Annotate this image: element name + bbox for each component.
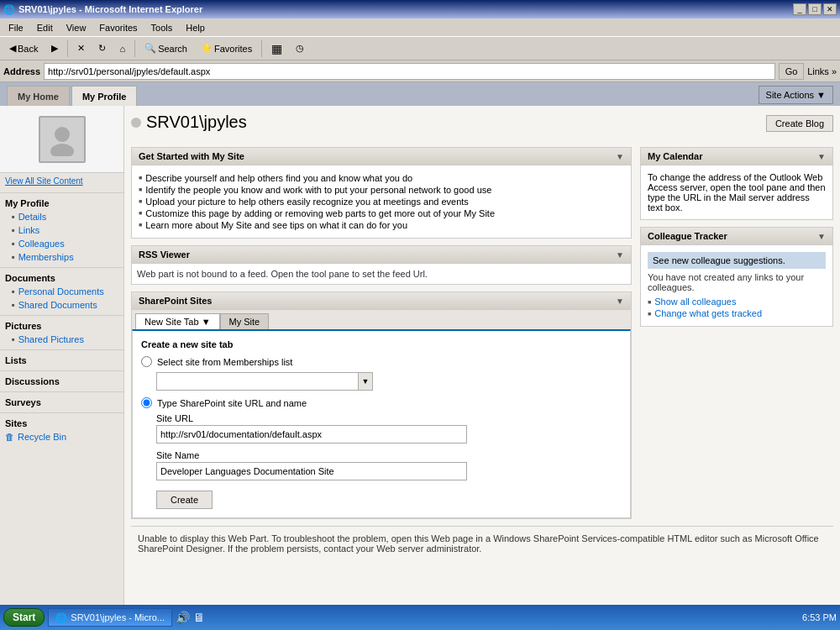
go-button[interactable]: Go: [779, 63, 804, 80]
my-site-tab[interactable]: My Site: [220, 313, 270, 329]
create-tab-title: Create a new site tab: [141, 339, 622, 349]
media-button[interactable]: ▦: [265, 39, 288, 58]
change-tracked[interactable]: Change what gets tracked: [648, 307, 826, 319]
taskbar-ie-item[interactable]: 🌐 SRV01\jpyles - Micro...: [48, 608, 172, 627]
tab-my-profile[interactable]: My Profile: [71, 86, 138, 106]
list-item: Identify the people you know and work wi…: [139, 184, 624, 196]
view-all-site-content[interactable]: View All Site Content: [0, 173, 123, 189]
new-site-tab-button[interactable]: New Site Tab ▼: [135, 313, 220, 329]
create-tab-body: Create a new site tab Select site from M…: [132, 329, 631, 518]
maximize-button[interactable]: □: [808, 3, 822, 15]
site-name-input[interactable]: [156, 462, 467, 480]
radio-url[interactable]: [141, 397, 152, 408]
sharepoint-collapse[interactable]: ▼: [616, 297, 624, 306]
sidebar-item-shared-docs[interactable]: Shared Documents: [0, 298, 123, 312]
ie-icon: 🌐: [3, 4, 15, 15]
radio-url-label: Type SharePoint site URL and name: [157, 398, 307, 408]
create-blog-button[interactable]: Create Blog: [766, 115, 833, 132]
system-tray: 🔊 🖥: [176, 611, 205, 624]
back-button[interactable]: ◀ Back: [3, 39, 44, 58]
colleague-suggestion[interactable]: See new colleague suggestions.: [648, 252, 826, 269]
colleague-tracker-section: Colleague Tracker ▼ See new colleague su…: [640, 227, 833, 327]
create-site-button[interactable]: Create: [156, 491, 213, 509]
separator3: [261, 40, 262, 57]
sidebar-item-personal-docs[interactable]: Personal Documents: [0, 285, 123, 298]
colleague-tracker-collapse[interactable]: ▼: [817, 232, 826, 241]
menu-edit[interactable]: Edit: [32, 21, 58, 34]
sharepoint-body: New Site Tab ▼ My Site Create a new site…: [132, 310, 631, 518]
close-button[interactable]: ✕: [823, 3, 837, 15]
lists-heading: Lists: [0, 349, 123, 367]
stop-button[interactable]: ✕: [71, 39, 91, 58]
search-toolbar: 🔍 Search: [139, 39, 193, 58]
content-area: SRV01\jpyles Create Blog Get Started wit…: [124, 106, 840, 612]
recycle-icon: 🗑: [5, 432, 14, 442]
recycle-bin[interactable]: 🗑 Recycle Bin: [0, 430, 123, 444]
sidebar-item-details[interactable]: Details: [0, 210, 123, 223]
menu-tools[interactable]: Tools: [146, 21, 178, 34]
sidebar-item-memberships[interactable]: Memberships: [0, 250, 123, 264]
get-started-section: Get Started with My Site ▼ Describe your…: [131, 147, 632, 239]
documents-heading: Documents: [0, 267, 123, 285]
site-tab-nav: New Site Tab ▼ My Site: [132, 310, 631, 329]
radio-row-2: Type SharePoint site URL and name: [141, 397, 622, 408]
nav-tabs: My Home My Profile Site Actions ▼: [0, 82, 840, 106]
start-button[interactable]: Start: [3, 608, 45, 627]
svg-point-1: [50, 144, 74, 156]
radio-row-1: Select site from Memberships list: [141, 356, 622, 367]
radio-memberships[interactable]: [141, 356, 152, 367]
rss-viewer-section: RSS Viewer ▼ Web part is not bound to a …: [131, 245, 632, 285]
menu-help[interactable]: Help: [181, 21, 210, 34]
svg-point-0: [55, 127, 70, 142]
separator1: [67, 40, 68, 57]
memberships-input[interactable]: [156, 372, 358, 391]
radio-memberships-label: Select site from Memberships list: [157, 357, 292, 367]
address-label: Address: [3, 66, 40, 76]
get-started-collapse[interactable]: ▼: [616, 152, 624, 161]
right-column: My Calendar ▼ To change the address of t…: [640, 147, 833, 526]
links-button[interactable]: Links »: [807, 66, 837, 76]
ie-taskbar-icon: 🌐: [55, 612, 67, 623]
history-button[interactable]: ◷: [290, 39, 310, 58]
site-url-label: Site URL: [156, 413, 622, 423]
calendar-header: My Calendar ▼: [641, 148, 832, 165]
calendar-body: To change the address of the Outlook Web…: [641, 165, 832, 219]
address-input[interactable]: [44, 63, 775, 80]
sites-heading: Sites: [0, 412, 123, 430]
dropdown-arrow[interactable]: ▼: [358, 372, 373, 391]
menu-view[interactable]: View: [61, 21, 92, 34]
window-controls[interactable]: _ □ ✕: [793, 3, 837, 15]
rss-collapse[interactable]: ▼: [616, 250, 624, 260]
site-actions-button[interactable]: Site Actions ▼: [759, 86, 833, 104]
favorites-button[interactable]: ⭐ Favorites: [195, 39, 258, 58]
calendar-collapse[interactable]: ▼: [817, 152, 826, 161]
toolbar: ◀ Back ▶ ✕ ↻ ⌂ 🔍 Search ⭐ Favorites ▦ ◷: [0, 37, 840, 60]
sidebar-item-colleagues[interactable]: Colleagues: [0, 237, 123, 250]
my-profile-heading: My Profile: [0, 192, 123, 210]
sharepoint-sites-section: SharePoint Sites ▼ New Site Tab ▼ My Sit…: [131, 291, 632, 519]
titlebar: 🌐 SRV01\jpyles - Microsoft Internet Expl…: [0, 0, 840, 18]
rss-header: RSS Viewer ▼: [132, 246, 631, 264]
list-item: Learn more about My Site and see tips on…: [139, 219, 624, 231]
colleague-tracker-header: Colleague Tracker ▼: [641, 228, 832, 245]
get-started-header: Get Started with My Site ▼: [132, 148, 631, 165]
show-all-colleagues[interactable]: Show all colleagues: [648, 296, 826, 307]
tab-my-home[interactable]: My Home: [7, 86, 70, 106]
surveys-heading: Surveys: [0, 391, 123, 409]
refresh-button[interactable]: ↻: [92, 39, 112, 58]
home-button[interactable]: ⌂: [113, 39, 131, 58]
avatar: [39, 116, 86, 163]
forward-button[interactable]: ▶: [45, 39, 64, 58]
menu-file[interactable]: File: [3, 21, 29, 34]
minimize-button[interactable]: _: [793, 3, 806, 15]
pictures-heading: Pictures: [0, 315, 123, 333]
sidebar-item-shared-pictures[interactable]: Shared Pictures: [0, 333, 123, 346]
discussions-heading: Discussions: [0, 370, 123, 388]
sidebar-item-links[interactable]: Links: [0, 223, 123, 237]
menu-favorites[interactable]: Favorites: [94, 21, 142, 34]
site-url-field: Site URL: [156, 413, 622, 444]
avatar-container: [0, 106, 123, 173]
search-button[interactable]: 🔍 Search: [139, 39, 193, 58]
taskbar: Start 🌐 SRV01\jpyles - Micro... 🔊 🖥 6:53…: [0, 605, 840, 630]
site-url-input[interactable]: [156, 425, 467, 444]
